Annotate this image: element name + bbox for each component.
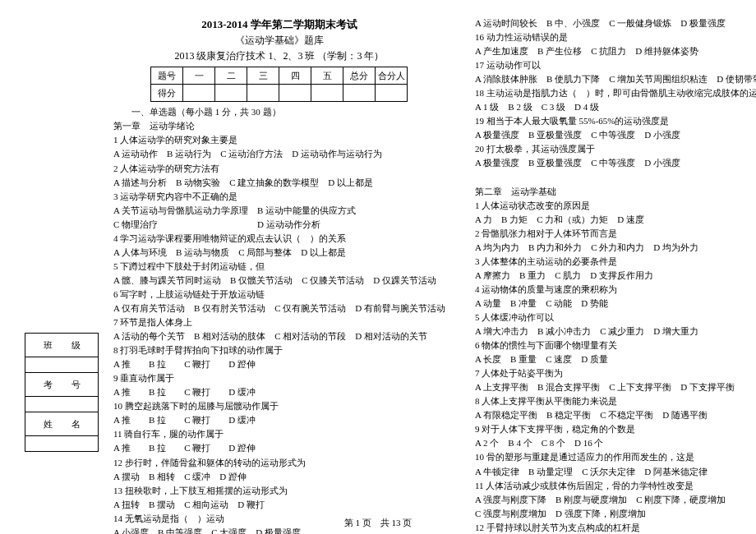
left-line: 2 人体运动学的研究方法有 (113, 162, 445, 176)
right-line: 2 骨骼肌张力相对于人体环节而言是 (475, 227, 756, 241)
right-line: 16 动力性运动错误的是 (475, 30, 756, 44)
gutter-class-blank (25, 357, 98, 373)
page-footer: 第 1 页 共 13 页 (0, 517, 756, 529)
right-line: 9 对于人体下支撑平衡，稳定角的个数是 (475, 422, 756, 436)
left-line: A 描述与分析 B 动物实验 C 建立抽象的数学模型 D 以上都是 (113, 176, 445, 190)
right-line: A 均为内力 B 内力和外力 C 外力和内力 D 均为外力 (475, 241, 756, 255)
right-line: 3 人体整体的主动运动的必要条件是 (475, 255, 756, 269)
right-line: 20 打太极拳，其运动强度属于 (475, 142, 756, 156)
right-line: 11 人体活动减少或肢体伤后固定，骨的力学特性改变是 (475, 479, 756, 493)
right-line: 7 人体处于站姿平衡为 (475, 366, 756, 380)
right-line: 18 主动运动是指肌力达（ ）时，即可由骨骼肌主动收缩完成肢体的运动 (475, 86, 756, 100)
left-line: 11 骑自行车，腿的动作属于 (113, 427, 445, 441)
left-line: A 推 B 拉 C 鞭打 D 蹬伸 (113, 441, 445, 455)
score-col-5: 五 (311, 67, 343, 85)
right-line: A 上支撑平衡 B 混合支撑平衡 C 上下支撑平衡 D 下支撑平衡 (475, 380, 756, 394)
left-line: A 推 B 拉 C 鞭打 D 缓冲 (113, 413, 445, 427)
right-line: A 极量强度 B 亚极量强度 C 中等强度 D 小强度 (475, 128, 756, 142)
right-line: A 运动时间较长 B 中、小强度 C 一般健身锻炼 D 极量强度 (475, 16, 756, 30)
right-line: 1 人体运动状态改变的原因是 (475, 199, 756, 213)
left-line: 7 环节是指人体身上 (113, 315, 445, 329)
right-line: A 强度与刚度下降 B 刚度与硬度增加 C 刚度下降，硬度增加 (475, 493, 756, 507)
left-line: 3 运动学研究内容中不正确的是 (113, 190, 445, 204)
chapter1-title: 第一章 运动学绪论 (113, 119, 445, 133)
left-line: A 扭转 B 摆动 C 相向运动 D 鞭打 (113, 498, 445, 512)
left-line: A 摆动 B 相转 C 缓冲 D 蹬伸 (113, 470, 445, 484)
right-line: A 牛顿定律 B 动量定理 C 沃尔夫定律 D 阿基米德定律 (475, 465, 756, 479)
right-line: A 极量强度 B 亚极量强度 C 中等强度 D 小强度 (475, 156, 756, 170)
score-col-grader: 合分人 (376, 67, 408, 85)
right-line: 17 运动动作可以 (475, 58, 756, 72)
left-line: A 运动动作 B 运动行为 C 运动治疗方法 D 运动动作与运动行为 (113, 147, 445, 161)
right-line (475, 171, 756, 185)
right-line: A 有限稳定平衡 B 稳定平衡 C 不稳定平衡 D 随遇平衡 (475, 408, 756, 422)
left-line: A 人体与环境 B 运动与物质 C 局部与整体 D 以上都是 (113, 246, 445, 260)
score-col-2: 二 (215, 67, 247, 85)
right-line: 4 运动物体的质量与速度的乘积称为 (475, 283, 756, 297)
left-line: 5 下蹲过程中下肢处于封闭运动链，但 (113, 260, 445, 274)
left-line: A 关节运动与骨骼肌运动力学原理 B 运动中能量的供应方式 (113, 204, 445, 218)
right-line: 5 人体缓冲动作可以 (475, 311, 756, 325)
score-col-4: 四 (279, 67, 311, 85)
right-line: 第二章 运动学基础 (475, 185, 756, 199)
right-line: A 动量 B 冲量 C 动能 D 势能 (475, 297, 756, 311)
gutter-name-blank (25, 436, 98, 452)
score-col-1: 一 (183, 67, 215, 85)
right-line: 8 人体上支撑平衡从平衡能力来说是 (475, 394, 756, 408)
left-line: 10 腾空起跳落下时的屈膝与屈髋动作属于 (113, 399, 445, 413)
score-row1-label: 题号 (151, 67, 183, 85)
left-line: 1 人体运动学的研究对象主要是 (113, 133, 445, 147)
right-line: A 长度 B 重量 C 速度 D 质量 (475, 352, 756, 366)
gutter-name-label: 姓 名 (25, 412, 98, 436)
left-line: 12 步行时，伴随骨盆和躯体的转动的运动形式为 (113, 456, 445, 470)
left-line: 4 学习运动学课程要用唯物辩证的观点去认识（ ）的关系 (113, 232, 445, 246)
right-line: 6 物体的惯性与下面哪个物理量有关 (475, 338, 756, 352)
section1-title: 一、单选题（每小题 1 分，共 30 题） (113, 105, 445, 119)
left-line: 8 打羽毛球时手臂挥拍向下扣球的动作属于 (113, 343, 445, 357)
left-line: 6 写字时，上肢运动链处于开放运动链 (113, 288, 445, 302)
left-line: A 仅有肩关节活动 B 仅有肘关节活动 C 仅有腕关节活动 D 有前臂与腕关节活… (113, 302, 445, 315)
right-line: A 1 级 B 2 级 C 3 级 D 4 级 (475, 100, 756, 114)
left-line: 9 垂直动作属于 (113, 371, 445, 385)
score-col-3: 三 (247, 67, 279, 85)
left-line: A 推 B 拉 C 鞭打 D 缓冲 (113, 385, 445, 399)
right-line: A 力 B 力矩 C 力和（或）力矩 D 速度 (475, 213, 756, 227)
right-line: A 摩擦力 B 重力 C 肌力 D 支撑反作用力 (475, 269, 756, 283)
right-line: A 2 个 B 4 个 C 8 个 D 16 个 (475, 436, 756, 450)
left-line: C 物理治疗 D 运动动作分析 (113, 218, 445, 232)
right-line: A 消除肢体肿胀 B 使肌力下降 C 增加关节周围组织粘连 D 使韧带挛缩 (475, 72, 756, 86)
right-line: 10 骨的塑形与重建是通过适应力的作用而发生的，这是 (475, 450, 756, 464)
right-line: 19 相当于本人最大吸氧量 55%-65%的运动强度是 (475, 114, 756, 128)
exam-title-line2: 《运动学基础》题库 (113, 33, 445, 48)
gutter-class-label: 班 级 (25, 334, 98, 357)
exam-title-line1: 2013-2014 学年第二学期期末考试 (113, 16, 445, 33)
left-line: A 活动的每个关节 B 相对活动的肢体 C 相对活动的节段 D 相对活动的关节 (113, 329, 445, 343)
gutter-examno-blank (25, 397, 98, 412)
left-line: 13 扭秧歌时，上下肢互相摇摆的运动形式为 (113, 484, 445, 498)
score-table: 题号 一 二 三 四 五 总分 合分人 得分 (150, 67, 408, 102)
left-line: A 髋、膝与踝关节同时运动 B 仅髋关节活动 C 仅膝关节活动 D 仅踝关节活动 (113, 274, 445, 288)
gutter-examno-label: 考 号 (25, 373, 98, 397)
right-line: A 产生加速度 B 产生位移 C 抗阻力 D 维持躯体姿势 (475, 44, 756, 58)
score-col-total: 总分 (343, 67, 376, 85)
score-row2-label: 得分 (151, 85, 183, 102)
right-line: A 增大冲击力 B 减小冲击力 C 减少重力 D 增大重力 (475, 325, 756, 338)
exam-title-line3: 2013 级康复治疗技术 1、2、3 班 （学制：3 年） (113, 48, 445, 64)
left-line: A 推 B 拉 C 鞭打 D 蹬伸 (113, 357, 445, 371)
